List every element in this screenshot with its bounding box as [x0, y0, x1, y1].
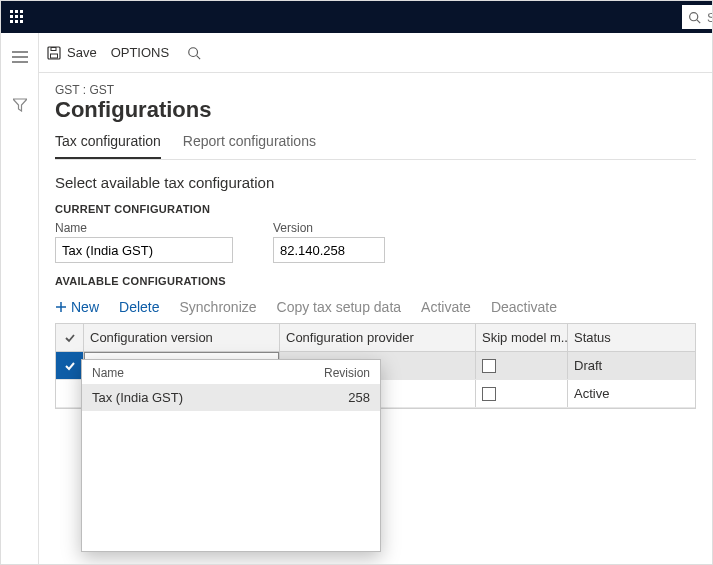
new-label: New	[71, 299, 99, 315]
svg-rect-3	[10, 15, 13, 18]
copy-tax-setup-button: Copy tax setup data	[277, 299, 402, 315]
waffle-icon[interactable]	[1, 1, 33, 33]
global-search[interactable]	[682, 5, 712, 29]
dropdown-body	[82, 411, 380, 551]
svg-rect-15	[48, 47, 60, 59]
dropdown-item-name: Tax (India GST)	[92, 390, 310, 405]
available-config-heading: AVAILABLE CONFIGURATIONS	[55, 275, 696, 287]
svg-line-19	[197, 55, 201, 59]
dropdown-header: Name Revision	[82, 360, 380, 384]
global-header	[1, 1, 712, 33]
row-selected-icon[interactable]	[56, 352, 84, 379]
svg-rect-1	[15, 10, 18, 13]
svg-point-18	[189, 47, 198, 56]
svg-rect-6	[10, 20, 13, 23]
grid-header: Configuration version Configuration prov…	[56, 324, 695, 352]
new-button[interactable]: New	[55, 299, 99, 315]
svg-rect-16	[51, 47, 56, 50]
select-all-header[interactable]	[56, 324, 84, 351]
activate-button: Activate	[421, 299, 471, 315]
checkbox[interactable]	[482, 359, 496, 373]
status-cell: Active	[568, 380, 695, 407]
svg-rect-0	[10, 10, 13, 13]
breadcrumb: GST : GST	[55, 83, 696, 97]
skip-model-cell[interactable]	[476, 380, 568, 407]
global-search-input[interactable]	[705, 9, 712, 26]
tabs: Tax configuration Report configurations	[55, 133, 696, 160]
save-icon	[47, 46, 61, 60]
dropdown-item-revision: 258	[310, 390, 370, 405]
dropdown-col-name: Name	[92, 366, 310, 380]
grid-toolbar: New Delete Synchronize Copy tax setup da…	[55, 293, 696, 323]
tab-report-configurations[interactable]: Report configurations	[183, 133, 316, 159]
current-config-heading: CURRENT CONFIGURATION	[55, 203, 696, 215]
delete-button[interactable]: Delete	[119, 299, 159, 315]
filter-icon[interactable]	[8, 93, 32, 117]
synchronize-button: Synchronize	[179, 299, 256, 315]
version-label: Version	[273, 221, 385, 235]
svg-point-9	[690, 12, 698, 20]
options-button[interactable]: OPTIONS	[111, 45, 170, 60]
search-icon	[187, 46, 201, 60]
find-button[interactable]	[183, 42, 205, 64]
save-button[interactable]: Save	[47, 45, 97, 60]
svg-rect-5	[20, 15, 23, 18]
status-cell: Draft	[568, 352, 695, 379]
version-field[interactable]	[273, 237, 385, 263]
col-config-version[interactable]: Configuration version	[84, 324, 280, 351]
svg-line-10	[697, 19, 700, 22]
name-field[interactable]	[55, 237, 233, 263]
left-rail	[1, 33, 39, 564]
deactivate-button: Deactivate	[491, 299, 557, 315]
svg-rect-17	[51, 54, 58, 58]
config-version-dropdown: Name Revision Tax (India GST) 258	[81, 359, 381, 552]
skip-model-cell[interactable]	[476, 352, 568, 379]
col-skip-model[interactable]: Skip model m...	[476, 324, 568, 351]
row-marker[interactable]	[56, 380, 84, 407]
search-icon	[688, 11, 701, 24]
section-title: Select available tax configuration	[55, 174, 696, 191]
hamburger-icon[interactable]	[8, 45, 32, 69]
dropdown-col-revision: Revision	[310, 366, 370, 380]
svg-rect-4	[15, 15, 18, 18]
action-bar: Save OPTIONS	[39, 33, 712, 73]
plus-icon	[55, 301, 67, 313]
name-label: Name	[55, 221, 233, 235]
checkbox[interactable]	[482, 387, 496, 401]
svg-rect-7	[15, 20, 18, 23]
save-label: Save	[67, 45, 97, 60]
tab-tax-configuration[interactable]: Tax configuration	[55, 133, 161, 159]
col-config-provider[interactable]: Configuration provider	[280, 324, 476, 351]
col-status[interactable]: Status	[568, 324, 695, 351]
svg-marker-14	[13, 99, 27, 111]
options-label: OPTIONS	[111, 45, 170, 60]
dropdown-item[interactable]: Tax (India GST) 258	[82, 384, 380, 411]
svg-rect-8	[20, 20, 23, 23]
page-title: Configurations	[55, 97, 696, 123]
svg-rect-2	[20, 10, 23, 13]
